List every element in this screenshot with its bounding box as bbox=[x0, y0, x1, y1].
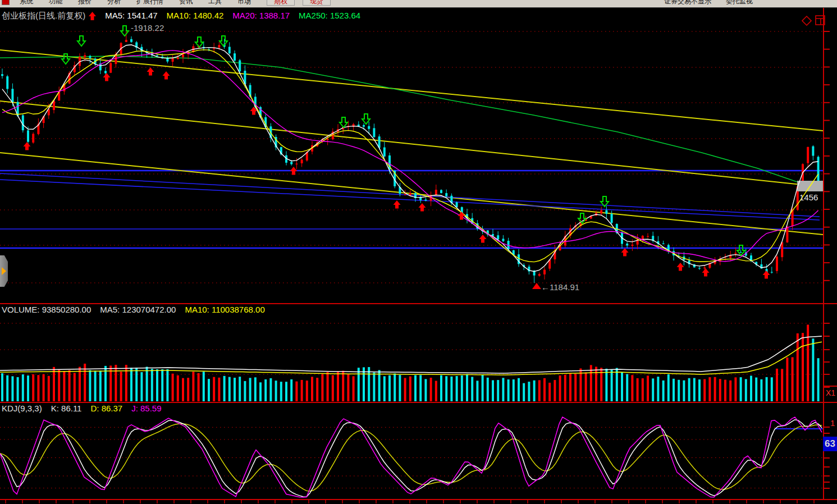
menu-bar: 系统功能报价分析扩展行情资讯工具市场 期权现货 证券交易不显示 委托监视 bbox=[0, 0, 837, 8]
volume-ma-lines bbox=[0, 336, 822, 375]
volume-pane-labels: VOLUME: 93850280.00MA5: 123070472.00MA10… bbox=[2, 305, 265, 314]
menu-boxed-items: 期权现货 bbox=[259, 0, 331, 6]
menu-items: 系统功能报价分析扩展行情资讯工具市场 bbox=[12, 0, 259, 6]
menu-right-item-2[interactable]: 委托监视 bbox=[726, 0, 753, 6]
ma-label-0: MA5: 1541.47 bbox=[105, 11, 157, 21]
kdj-label-0: KDJ(9,3,3) bbox=[2, 404, 42, 413]
volume-bars bbox=[1, 324, 820, 401]
kdj-label-1: K: 86.11 bbox=[51, 404, 82, 413]
menu-right-text: 证券交易不显示 委托监视 bbox=[664, 0, 753, 6]
kdj-label-2: D: 86.37 bbox=[90, 404, 122, 413]
ma-label-3: MA250: 1523.64 bbox=[299, 11, 360, 21]
kdj-value-badge: 63 bbox=[823, 437, 837, 451]
menu-item-7[interactable]: 市场 bbox=[230, 0, 259, 5]
volume-label-2: MA10: 110038768.00 bbox=[185, 305, 264, 314]
menu-boxed-item-0[interactable]: 期权 bbox=[267, 0, 295, 6]
instrument-title[interactable]: 创业板指(日线.前复权) bbox=[2, 11, 85, 21]
low-price-annotation: ←1184.91 bbox=[541, 282, 579, 292]
volume-label-1: MA5: 123070472.00 bbox=[100, 305, 176, 314]
high-price-annotation: -1918.22 bbox=[131, 23, 164, 33]
kdj-axis-label: 1 bbox=[830, 418, 835, 428]
sell-signal-arrows bbox=[62, 26, 745, 255]
main-pane-labels: 创业板指(日线.前复权) MA5: 1541.47MA10: 1480.42MA… bbox=[2, 11, 360, 21]
menu-item-5[interactable]: 资讯 bbox=[171, 0, 200, 5]
expand-arrow-icon bbox=[2, 267, 6, 275]
chart-canvas[interactable] bbox=[0, 0, 837, 504]
low-marker bbox=[532, 283, 541, 289]
kdj-label-3: J: 85.59 bbox=[131, 404, 161, 413]
sidebar-expand-handle[interactable] bbox=[0, 255, 8, 287]
app-icon[interactable] bbox=[2, 0, 10, 5]
gridlines bbox=[0, 31, 823, 488]
ma-label-1: MA10: 1480.42 bbox=[167, 11, 224, 21]
trading-terminal: 系统功能报价分析扩展行情资讯工具市场 期权现货 证券交易不显示 委托监视 创业板… bbox=[0, 0, 837, 504]
menu-item-3[interactable]: 分析 bbox=[99, 0, 129, 5]
kdj-lines bbox=[0, 417, 822, 497]
menu-item-1[interactable]: 功能 bbox=[41, 0, 70, 5]
ma-value-labels: MA5: 1541.47MA10: 1480.42MA20: 1388.17MA… bbox=[105, 11, 360, 21]
ma-lines bbox=[2, 45, 818, 272]
last-price-label: 1456 bbox=[799, 193, 818, 202]
up-arrow-icon bbox=[89, 12, 96, 20]
candlesticks bbox=[1, 27, 820, 283]
window-icon[interactable] bbox=[815, 15, 826, 26]
ma-label-2: MA20: 1388.17 bbox=[232, 11, 290, 21]
pane-frame bbox=[0, 8, 837, 503]
diamond-icon[interactable] bbox=[802, 16, 812, 26]
menu-item-4[interactable]: 扩展行情 bbox=[129, 0, 171, 5]
menu-right-item-1[interactable]: 证券交易不显示 bbox=[664, 0, 711, 6]
kdj-pane-labels: KDJ(9,3,3)K: 86.11D: 86.37J: 85.59 bbox=[2, 404, 162, 413]
volume-scale-label: X1 bbox=[826, 388, 835, 397]
menu-item-6[interactable]: 工具 bbox=[200, 0, 230, 5]
menu-item-0[interactable]: 系统 bbox=[12, 0, 41, 5]
volume-label-0: VOLUME: 93850280.00 bbox=[2, 305, 91, 314]
menu-item-2[interactable]: 报价 bbox=[70, 0, 99, 5]
menu-boxed-item-1[interactable]: 现货 bbox=[303, 0, 331, 6]
menu-row: 系统功能报价分析扩展行情资讯工具市场 期权现货 证券交易不显示 委托监视 bbox=[0, 0, 837, 6]
